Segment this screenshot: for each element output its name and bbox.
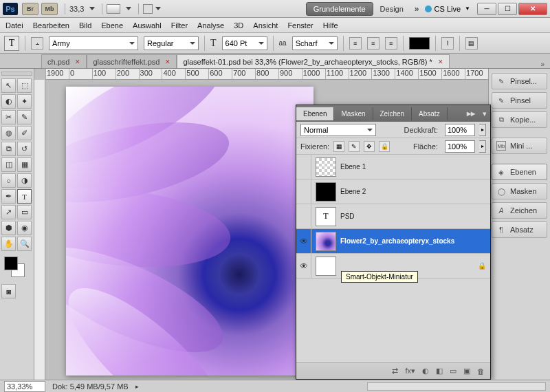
- zoom-level[interactable]: 33,3: [69, 5, 84, 13]
- camera-tool[interactable]: ◉: [17, 221, 32, 235]
- tab-close-icon[interactable]: ✕: [438, 58, 443, 65]
- type-tool[interactable]: T: [17, 189, 32, 204]
- blend-mode-select[interactable]: Normal: [300, 124, 376, 136]
- layer-row[interactable]: Ebene 1: [296, 155, 490, 179]
- panel-collapse-icon[interactable]: ▸▸: [467, 109, 475, 118]
- opacity-slider-icon[interactable]: ▸: [479, 124, 486, 136]
- align-center-button[interactable]: ≡: [367, 37, 380, 50]
- lp-tab-masken[interactable]: Masken: [334, 107, 373, 120]
- visibility-toggle[interactable]: [296, 179, 311, 204]
- font-size-select[interactable]: 640 Pt: [222, 36, 267, 50]
- layer-thumbnail[interactable]: [316, 182, 336, 202]
- align-right-button[interactable]: ≡: [385, 37, 397, 50]
- zoom-dropdown-icon[interactable]: [89, 7, 95, 10]
- history-brush-tool[interactable]: ↺: [17, 142, 32, 156]
- fill-slider-icon[interactable]: ▸: [479, 140, 486, 153]
- workspace-active[interactable]: Grundelemente: [306, 2, 373, 16]
- orientation-button[interactable]: ⫠: [31, 37, 43, 50]
- panel-zeichen[interactable]: AZeichen: [492, 202, 547, 219]
- minimize-button[interactable]: ─: [477, 3, 496, 15]
- hand-tool[interactable]: ✋: [1, 237, 16, 251]
- path-tool[interactable]: ↗: [1, 205, 16, 219]
- layer-thumbnail[interactable]: T: [316, 207, 336, 226]
- align-left-button[interactable]: ≡: [349, 37, 362, 50]
- close-button[interactable]: ✕: [518, 3, 547, 15]
- lp-tab-zeichen[interactable]: Zeichen: [373, 107, 412, 120]
- tab-0[interactable]: ch.psd✕: [41, 54, 87, 68]
- workspace-design[interactable]: Design: [375, 3, 409, 15]
- lasso-tool[interactable]: ◐: [1, 94, 16, 109]
- mask-button[interactable]: ◐: [422, 367, 429, 375]
- workspace-more-icon[interactable]: »: [415, 4, 419, 14]
- character-panel-button[interactable]: ▤: [465, 37, 478, 50]
- blur-tool[interactable]: ○: [1, 173, 16, 188]
- layer-thumbnail[interactable]: [316, 232, 336, 251]
- visibility-toggle[interactable]: 👁: [296, 254, 311, 279]
- color-swatches[interactable]: [1, 257, 32, 280]
- panel-pinsel-preset[interactable]: ✎Pinsel...: [492, 73, 547, 89]
- visibility-toggle[interactable]: [296, 204, 311, 229]
- fx-button[interactable]: fx▾: [405, 367, 415, 375]
- maximize-button[interactable]: ☐: [498, 3, 517, 15]
- horizontal-scrollbar[interactable]: [367, 382, 546, 391]
- text-color-swatch[interactable]: [409, 37, 430, 50]
- type-tool-preset[interactable]: T: [4, 36, 19, 51]
- screen-mode-button[interactable]: [107, 4, 120, 14]
- font-family-select[interactable]: Army: [49, 36, 138, 50]
- layer-name[interactable]: PSD: [340, 213, 355, 220]
- layer-name[interactable]: Flower2_by_archaeopteryx_stocks: [340, 237, 454, 245]
- panel-absatz[interactable]: ¶Absatz: [492, 221, 547, 238]
- shape-tool[interactable]: ▭: [17, 205, 32, 219]
- menu-filter[interactable]: Filter: [171, 21, 188, 30]
- menu-hilfe[interactable]: Hilfe: [323, 21, 338, 30]
- panel-mini[interactable]: MbMini ...: [492, 138, 547, 154]
- lock-pixels-button[interactable]: ✎: [349, 141, 360, 152]
- panel-ebenen[interactable]: ◈Ebenen: [492, 164, 547, 180]
- arrange-dropdown-icon[interactable]: [155, 7, 161, 10]
- pen-tool[interactable]: ✒: [1, 189, 16, 204]
- lock-all-button[interactable]: 🔒: [379, 141, 390, 152]
- layers-panel[interactable]: Ebenen Masken Zeichen Absatz ▸▸ ▾ Normal…: [296, 105, 491, 380]
- tab-1[interactable]: glasschrifteffekt.psd✕: [87, 54, 177, 68]
- marquee-tool[interactable]: ⬚: [17, 78, 32, 93]
- font-weight-select[interactable]: Regular: [144, 36, 199, 50]
- new-layer-button[interactable]: ▣: [463, 367, 470, 375]
- panel-kopie[interactable]: ⧉Kopie...: [492, 111, 547, 128]
- layer-row[interactable]: Ebene 2: [296, 179, 490, 204]
- toolbox-handle[interactable]: [1, 72, 32, 76]
- panel-masken[interactable]: ◯Masken: [492, 183, 547, 199]
- fill-field[interactable]: 100%: [445, 140, 475, 153]
- bridge-button[interactable]: Br: [22, 3, 38, 15]
- opacity-field[interactable]: 100%: [445, 124, 475, 136]
- menu-3d[interactable]: 3D: [234, 21, 243, 30]
- menu-ansicht[interactable]: Ansicht: [253, 21, 278, 30]
- eyedropper-tool[interactable]: ✎: [17, 110, 32, 124]
- layer-thumbnail[interactable]: [316, 257, 336, 276]
- tab-2[interactable]: glaseffekt-01.psd bei 33,3% (Flower2_by_…: [177, 54, 449, 68]
- status-zoom[interactable]: 33,33%: [4, 381, 45, 392]
- menu-ebene[interactable]: Ebene: [101, 21, 123, 30]
- tab-close-icon[interactable]: ✕: [165, 58, 170, 65]
- lp-tab-ebenen[interactable]: Ebenen: [296, 107, 334, 120]
- layer-thumbnail[interactable]: [316, 157, 336, 177]
- heal-tool[interactable]: ◍: [1, 126, 16, 140]
- zoom-tool[interactable]: 🔍: [17, 237, 32, 251]
- layer-row[interactable]: T PSD: [296, 204, 490, 229]
- group-button[interactable]: ▭: [450, 367, 456, 375]
- warp-text-button[interactable]: ⌇: [441, 37, 454, 50]
- dodge-tool[interactable]: ◑: [17, 173, 32, 188]
- menu-auswahl[interactable]: Auswahl: [133, 21, 162, 30]
- menu-fenster[interactable]: Fenster: [287, 21, 313, 30]
- visibility-toggle[interactable]: 👁: [296, 229, 311, 254]
- quickmask-button[interactable]: ◙: [1, 284, 16, 298]
- gradient-tool[interactable]: ▦: [17, 157, 32, 172]
- link-layers-button[interactable]: ⇄: [392, 367, 398, 375]
- panel-pinsel[interactable]: ✎Pinsel: [492, 92, 547, 109]
- delete-layer-button[interactable]: 🗑: [477, 367, 485, 375]
- menu-analyse[interactable]: Analyse: [197, 21, 224, 30]
- view-dropdown-icon[interactable]: [126, 7, 131, 10]
- visibility-toggle[interactable]: [296, 155, 311, 179]
- menu-bild[interactable]: Bild: [79, 21, 91, 30]
- tabs-overflow-icon[interactable]: »: [540, 61, 544, 68]
- eraser-tool[interactable]: ◫: [1, 157, 16, 172]
